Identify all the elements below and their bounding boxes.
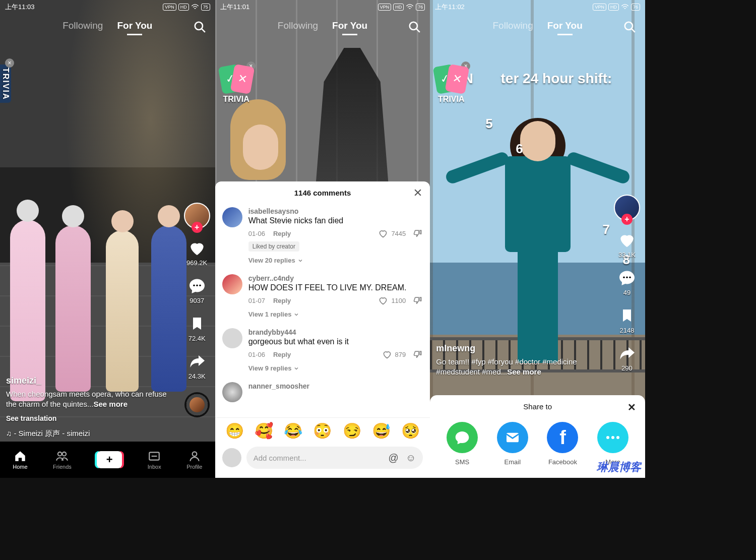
creator-username[interactable]: simeizi_ bbox=[6, 376, 175, 386]
status-battery: 76 bbox=[416, 4, 425, 11]
see-more-link[interactable]: See more bbox=[93, 400, 128, 408]
comments-header: 1146 comments bbox=[215, 181, 430, 202]
creator-username[interactable]: mlnewng bbox=[436, 343, 605, 354]
share-more[interactable]: More bbox=[597, 422, 628, 466]
comment-button[interactable]: 9037 bbox=[187, 276, 207, 304]
close-icon[interactable] bbox=[413, 188, 423, 198]
tab-for-you[interactable]: For You bbox=[547, 20, 583, 31]
close-icon[interactable]: ✕ bbox=[627, 401, 636, 413]
reaction-emoji[interactable]: 😁 bbox=[225, 422, 244, 440]
commenter-avatar[interactable] bbox=[222, 274, 242, 294]
comment-input[interactable]: Add comment... @ ☺ bbox=[246, 447, 423, 469]
heart-icon bbox=[617, 230, 637, 250]
trivia-badge[interactable]: × ✓✕ TRIVIA bbox=[220, 66, 253, 104]
comment-item: cyberr..c4ndy HOW DOES IT FEEL TO LIVE M… bbox=[222, 269, 423, 323]
view-replies-link[interactable]: View 20 replies bbox=[248, 257, 423, 264]
save-button[interactable]: 72.4K bbox=[187, 314, 207, 342]
share-button[interactable]: 24.3K bbox=[187, 351, 207, 380]
comments-list[interactable]: isabellesaysno What Stevie nicks fan die… bbox=[215, 202, 430, 417]
reaction-emoji[interactable]: 😅 bbox=[372, 422, 391, 440]
reaction-emoji[interactable]: 😂 bbox=[284, 422, 302, 440]
share-sms[interactable]: SMS bbox=[447, 422, 478, 466]
close-icon[interactable]: × bbox=[5, 58, 14, 68]
reaction-emoji[interactable]: 🥰 bbox=[255, 422, 273, 440]
like-count: 33.1K bbox=[618, 251, 636, 259]
status-vpn: VPN bbox=[163, 4, 176, 11]
comment-like-count: 1100 bbox=[391, 297, 406, 304]
reaction-emoji[interactable]: 🥺 bbox=[401, 422, 420, 440]
comment-icon bbox=[187, 276, 207, 296]
video-meta: mlnewng Go team!! #fyp #foryou #doctor #… bbox=[436, 343, 605, 378]
share-button[interactable]: 290 bbox=[617, 343, 637, 372]
search-icon[interactable] bbox=[623, 20, 636, 33]
view-replies-link[interactable]: View 1 replies bbox=[248, 310, 423, 318]
person-figure bbox=[490, 121, 586, 363]
see-translation-link[interactable]: See translation bbox=[6, 414, 175, 422]
follow-plus-icon[interactable]: + bbox=[192, 222, 203, 233]
share-email[interactable]: Email bbox=[497, 422, 528, 466]
self-avatar[interactable] bbox=[222, 448, 241, 467]
sound-disc[interactable] bbox=[184, 392, 210, 417]
comment-dislike-button[interactable] bbox=[413, 228, 423, 238]
creator-avatar[interactable]: + bbox=[184, 203, 210, 229]
comment-like-button[interactable]: 879 bbox=[382, 349, 406, 359]
sound-row[interactable]: ♫ - Simeizi 原声 - simeizi bbox=[6, 429, 170, 439]
share-facebook[interactable]: f Facebook bbox=[547, 422, 578, 466]
commenter-username[interactable]: brandybby444 bbox=[248, 328, 423, 336]
comment-like-button[interactable]: 7445 bbox=[378, 228, 406, 238]
commenter-avatar[interactable] bbox=[222, 328, 242, 348]
status-time: 上午11:01 bbox=[220, 3, 250, 12]
bookmark-icon bbox=[617, 305, 637, 326]
nav-friends[interactable]: Friends bbox=[53, 450, 72, 470]
trivia-cards-icon: ✓✕ bbox=[435, 66, 467, 96]
comment-text: HOW DOES IT FEEL TO LIVE MY. DREAM. bbox=[248, 283, 423, 292]
commenter-avatar[interactable] bbox=[222, 207, 242, 227]
like-button[interactable]: 969.2K bbox=[186, 238, 207, 267]
emoji-icon[interactable]: ☺ bbox=[406, 452, 416, 464]
comment-dislike-button[interactable] bbox=[413, 295, 423, 305]
like-button[interactable]: 33.1K bbox=[617, 230, 637, 259]
search-icon[interactable] bbox=[193, 20, 206, 33]
nav-home[interactable]: Home bbox=[13, 450, 27, 470]
commenter-username[interactable]: isabellesaysno bbox=[248, 207, 423, 215]
nav-profile[interactable]: Profile bbox=[186, 450, 202, 470]
search-icon[interactable] bbox=[408, 20, 421, 33]
trivia-badge[interactable]: × TRIVIA bbox=[0, 66, 11, 103]
status-time: 上午11:02 bbox=[435, 3, 465, 12]
video-caption[interactable]: When cheongsam meets opera, who can refu… bbox=[6, 389, 175, 410]
comment-button[interactable]: 49 bbox=[617, 268, 637, 296]
reply-link[interactable]: Reply bbox=[273, 230, 291, 237]
tab-for-you[interactable]: For You bbox=[117, 20, 152, 31]
overlay-number: 7 bbox=[603, 222, 610, 237]
reply-link[interactable]: Reply bbox=[273, 351, 291, 358]
commenter-username[interactable]: cyberr..c4ndy bbox=[248, 274, 423, 282]
commenter-avatar[interactable] bbox=[222, 382, 242, 402]
nav-inbox[interactable]: Inbox bbox=[148, 450, 161, 470]
action-rail: + 33.1K 49 2148 290 bbox=[614, 195, 640, 372]
feed-tabs: Following For You bbox=[0, 20, 215, 31]
mention-icon[interactable]: @ bbox=[389, 452, 399, 464]
commenter-username[interactable]: nanner_smoosher bbox=[248, 382, 423, 390]
comment-item: nanner_smoosher bbox=[222, 377, 423, 407]
follow-plus-icon[interactable]: + bbox=[621, 214, 633, 225]
creator-avatar[interactable]: + bbox=[614, 195, 640, 221]
view-replies-link[interactable]: View 9 replies bbox=[248, 364, 423, 372]
tab-following[interactable]: Following bbox=[62, 20, 103, 31]
reply-link[interactable]: Reply bbox=[273, 297, 291, 304]
phone-screenshot-1: 上午11:03 VPN HD 75 Following For You × TR… bbox=[0, 0, 215, 478]
trivia-badge[interactable]: × ✓✕ TRIVIA bbox=[435, 66, 467, 104]
trivia-cards-icon: ✓✕ bbox=[220, 66, 253, 96]
save-button[interactable]: 2148 bbox=[617, 305, 637, 334]
comment-date: 01-06 bbox=[248, 230, 265, 237]
tab-following[interactable]: Following bbox=[278, 20, 318, 31]
comment-dislike-button[interactable] bbox=[413, 349, 423, 359]
comment-input-row: Add comment... @ ☺ bbox=[215, 443, 430, 478]
tab-following[interactable]: Following bbox=[492, 20, 533, 31]
comment-like-button[interactable]: 1100 bbox=[378, 295, 406, 305]
reaction-emoji[interactable]: 😏 bbox=[343, 422, 361, 440]
reaction-emoji[interactable]: 😳 bbox=[313, 422, 332, 440]
see-more-link[interactable]: See more bbox=[507, 367, 541, 376]
video-caption[interactable]: Go team!! #fyp #foryou #doctor #medicine… bbox=[436, 357, 605, 378]
nav-create[interactable]: + bbox=[97, 451, 122, 468]
tab-for-you[interactable]: For You bbox=[332, 20, 367, 31]
